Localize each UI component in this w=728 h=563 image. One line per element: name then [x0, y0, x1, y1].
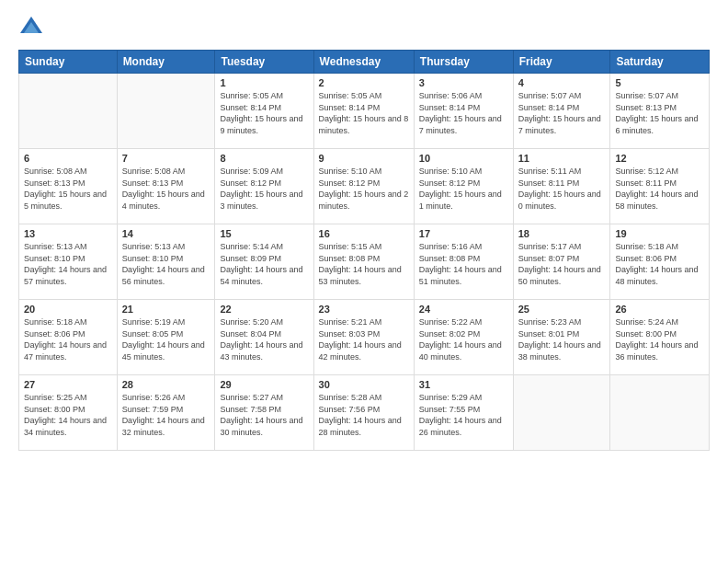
calendar-cell: 15Sunrise: 5:14 AMSunset: 8:09 PMDayligh… — [215, 224, 313, 300]
calendar-cell: 16Sunrise: 5:15 AMSunset: 8:08 PMDayligh… — [313, 224, 414, 300]
day-number: 6 — [24, 153, 112, 164]
calendar-cell: 10Sunrise: 5:10 AMSunset: 8:12 PMDayligh… — [414, 149, 513, 224]
day-info: Sunrise: 5:09 AMSunset: 8:12 PMDaylight:… — [220, 166, 308, 212]
day-number: 15 — [220, 228, 308, 239]
day-info: Sunrise: 5:13 AMSunset: 8:10 PMDaylight:… — [122, 241, 210, 287]
weekday-header-row: SundayMondayTuesdayWednesdayThursdayFrid… — [19, 51, 710, 74]
day-number: 7 — [122, 153, 210, 164]
day-info: Sunrise: 5:05 AMSunset: 8:14 PMDaylight:… — [319, 90, 409, 136]
calendar-cell: 31Sunrise: 5:29 AMSunset: 7:55 PMDayligh… — [414, 375, 513, 451]
weekday-thursday: Thursday — [414, 51, 513, 74]
day-number: 3 — [419, 77, 508, 88]
day-number: 14 — [122, 228, 210, 239]
calendar-cell: 27Sunrise: 5:25 AMSunset: 8:00 PMDayligh… — [19, 375, 118, 451]
calendar-cell: 8Sunrise: 5:09 AMSunset: 8:12 PMDaylight… — [215, 149, 313, 224]
calendar-table: SundayMondayTuesdayWednesdayThursdayFrid… — [18, 50, 710, 451]
day-info: Sunrise: 5:24 AMSunset: 8:00 PMDaylight:… — [615, 316, 704, 362]
day-info: Sunrise: 5:06 AMSunset: 8:14 PMDaylight:… — [419, 90, 508, 136]
calendar-cell: 17Sunrise: 5:16 AMSunset: 8:08 PMDayligh… — [414, 224, 513, 300]
calendar-cell — [513, 375, 610, 451]
day-info: Sunrise: 5:18 AMSunset: 8:06 PMDaylight:… — [24, 316, 112, 362]
weekday-sunday: Sunday — [19, 51, 118, 74]
day-info: Sunrise: 5:13 AMSunset: 8:10 PMDaylight:… — [24, 241, 112, 287]
day-number: 27 — [24, 379, 112, 390]
day-info: Sunrise: 5:20 AMSunset: 8:04 PMDaylight:… — [220, 316, 308, 362]
day-info: Sunrise: 5:23 AMSunset: 8:01 PMDaylight:… — [518, 316, 606, 362]
day-number: 4 — [518, 77, 606, 88]
day-info: Sunrise: 5:10 AMSunset: 8:12 PMDaylight:… — [419, 166, 508, 212]
day-number: 19 — [615, 228, 704, 239]
day-info: Sunrise: 5:07 AMSunset: 8:14 PMDaylight:… — [518, 90, 606, 136]
day-number: 30 — [319, 379, 409, 390]
calendar-cell: 1Sunrise: 5:05 AMSunset: 8:14 PMDaylight… — [215, 74, 313, 149]
calendar-cell: 6Sunrise: 5:08 AMSunset: 8:13 PMDaylight… — [19, 149, 118, 224]
day-info: Sunrise: 5:17 AMSunset: 8:07 PMDaylight:… — [518, 241, 606, 287]
day-info: Sunrise: 5:12 AMSunset: 8:11 PMDaylight:… — [615, 166, 704, 212]
calendar-cell: 5Sunrise: 5:07 AMSunset: 8:13 PMDaylight… — [610, 74, 710, 149]
header — [18, 15, 710, 40]
day-number: 26 — [615, 304, 704, 315]
day-number: 2 — [319, 77, 409, 88]
day-number: 9 — [319, 153, 409, 164]
day-info: Sunrise: 5:05 AMSunset: 8:14 PMDaylight:… — [220, 90, 308, 136]
weekday-wednesday: Wednesday — [313, 51, 414, 74]
calendar-cell: 9Sunrise: 5:10 AMSunset: 8:12 PMDaylight… — [313, 149, 414, 224]
day-info: Sunrise: 5:07 AMSunset: 8:13 PMDaylight:… — [615, 90, 704, 136]
weekday-monday: Monday — [117, 51, 215, 74]
page: SundayMondayTuesdayWednesdayThursdayFrid… — [0, 0, 728, 563]
day-number: 23 — [319, 304, 409, 315]
day-number: 12 — [615, 153, 704, 164]
day-number: 17 — [419, 228, 508, 239]
day-info: Sunrise: 5:28 AMSunset: 7:56 PMDaylight:… — [319, 392, 409, 438]
day-info: Sunrise: 5:18 AMSunset: 8:06 PMDaylight:… — [615, 241, 704, 287]
day-info: Sunrise: 5:21 AMSunset: 8:03 PMDaylight:… — [319, 316, 409, 362]
day-number: 1 — [220, 77, 308, 88]
calendar-cell: 26Sunrise: 5:24 AMSunset: 8:00 PMDayligh… — [610, 300, 710, 375]
day-number: 22 — [220, 304, 308, 315]
calendar-week-3: 13Sunrise: 5:13 AMSunset: 8:10 PMDayligh… — [19, 224, 710, 300]
calendar-cell: 30Sunrise: 5:28 AMSunset: 7:56 PMDayligh… — [313, 375, 414, 451]
logo — [18, 15, 48, 40]
calendar-cell: 29Sunrise: 5:27 AMSunset: 7:58 PMDayligh… — [215, 375, 313, 451]
day-number: 31 — [419, 379, 508, 390]
day-number: 21 — [122, 304, 210, 315]
day-info: Sunrise: 5:08 AMSunset: 8:13 PMDaylight:… — [122, 166, 210, 212]
day-info: Sunrise: 5:10 AMSunset: 8:12 PMDaylight:… — [319, 166, 409, 212]
calendar-cell: 4Sunrise: 5:07 AMSunset: 8:14 PMDaylight… — [513, 74, 610, 149]
calendar-cell: 21Sunrise: 5:19 AMSunset: 8:05 PMDayligh… — [117, 300, 215, 375]
day-number: 20 — [24, 304, 112, 315]
day-info: Sunrise: 5:08 AMSunset: 8:13 PMDaylight:… — [24, 166, 112, 212]
day-number: 25 — [518, 304, 606, 315]
calendar-cell — [610, 375, 710, 451]
logo-icon — [18, 15, 44, 40]
day-info: Sunrise: 5:19 AMSunset: 8:05 PMDaylight:… — [122, 316, 210, 362]
day-info: Sunrise: 5:14 AMSunset: 8:09 PMDaylight:… — [220, 241, 308, 287]
calendar-week-1: 1Sunrise: 5:05 AMSunset: 8:14 PMDaylight… — [19, 74, 710, 149]
weekday-tuesday: Tuesday — [215, 51, 313, 74]
day-number: 16 — [319, 228, 409, 239]
day-number: 24 — [419, 304, 508, 315]
calendar-cell: 22Sunrise: 5:20 AMSunset: 8:04 PMDayligh… — [215, 300, 313, 375]
day-info: Sunrise: 5:25 AMSunset: 8:00 PMDaylight:… — [24, 392, 112, 438]
calendar-cell: 28Sunrise: 5:26 AMSunset: 7:59 PMDayligh… — [117, 375, 215, 451]
calendar-cell: 18Sunrise: 5:17 AMSunset: 8:07 PMDayligh… — [513, 224, 610, 300]
calendar-cell: 2Sunrise: 5:05 AMSunset: 8:14 PMDaylight… — [313, 74, 414, 149]
calendar-week-4: 20Sunrise: 5:18 AMSunset: 8:06 PMDayligh… — [19, 300, 710, 375]
day-number: 8 — [220, 153, 308, 164]
day-info: Sunrise: 5:29 AMSunset: 7:55 PMDaylight:… — [419, 392, 508, 438]
weekday-friday: Friday — [513, 51, 610, 74]
calendar-week-2: 6Sunrise: 5:08 AMSunset: 8:13 PMDaylight… — [19, 149, 710, 224]
day-info: Sunrise: 5:15 AMSunset: 8:08 PMDaylight:… — [319, 241, 409, 287]
day-number: 18 — [518, 228, 606, 239]
day-info: Sunrise: 5:16 AMSunset: 8:08 PMDaylight:… — [419, 241, 508, 287]
day-number: 29 — [220, 379, 308, 390]
calendar-cell: 7Sunrise: 5:08 AMSunset: 8:13 PMDaylight… — [117, 149, 215, 224]
calendar-cell: 11Sunrise: 5:11 AMSunset: 8:11 PMDayligh… — [513, 149, 610, 224]
calendar-cell — [19, 74, 118, 149]
day-info: Sunrise: 5:22 AMSunset: 8:02 PMDaylight:… — [419, 316, 508, 362]
day-number: 10 — [419, 153, 508, 164]
day-info: Sunrise: 5:11 AMSunset: 8:11 PMDaylight:… — [518, 166, 606, 212]
day-number: 11 — [518, 153, 606, 164]
calendar-cell: 25Sunrise: 5:23 AMSunset: 8:01 PMDayligh… — [513, 300, 610, 375]
calendar-cell: 13Sunrise: 5:13 AMSunset: 8:10 PMDayligh… — [19, 224, 118, 300]
